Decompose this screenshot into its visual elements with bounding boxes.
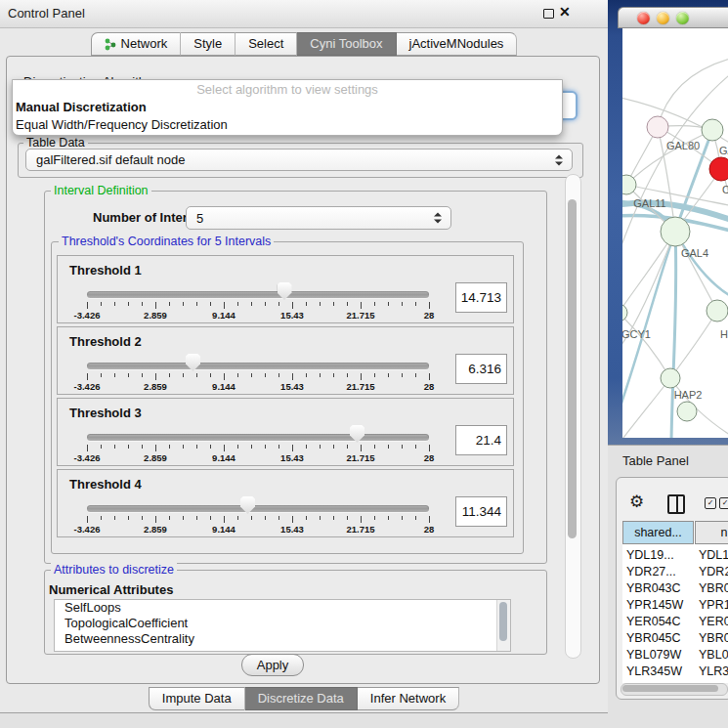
tab-network[interactable]: Network (91, 32, 182, 56)
network-node-green[interactable] (677, 402, 697, 421)
table-cell[interactable]: YDL1 (699, 548, 728, 562)
slider-tick (114, 302, 115, 306)
slider-tick (128, 373, 129, 377)
slider-tick-label: 15.43 (280, 381, 304, 392)
number-of-intervals-combobox[interactable]: 5 (186, 206, 451, 230)
list-scrollbar-thumb[interactable] (499, 602, 507, 641)
panel-scrollbar-thumb[interactable] (568, 199, 577, 538)
slider-tick (128, 445, 129, 449)
network-node-red[interactable] (709, 157, 728, 181)
tab-style[interactable]: Style (181, 32, 236, 56)
table-horizontal-scrollbar[interactable] (621, 683, 728, 696)
algorithm-placeholder-item: Select algorithm to view settings (13, 80, 562, 99)
slider-tick (114, 445, 115, 449)
table-cell[interactable]: YBR045C (626, 631, 681, 645)
panel-scrollbar[interactable] (565, 174, 581, 659)
slider-tick (169, 373, 170, 377)
threshold-value-field[interactable]: 6.316 (455, 354, 507, 384)
slider-tick (128, 516, 129, 520)
slider-track[interactable] (87, 291, 429, 298)
close-icon[interactable]: ✕ (559, 4, 571, 20)
slider-tick (155, 373, 156, 380)
network-node-green[interactable] (661, 368, 680, 388)
bottom-tab-impute-data[interactable]: Impute Data (149, 687, 245, 710)
table-cell[interactable]: YLR3 (699, 664, 728, 678)
slider-track[interactable] (87, 434, 429, 441)
numerical-attributes-list[interactable]: SelfLoopsTopologicalCoefficientBetweenne… (54, 599, 511, 652)
threshold-value-field[interactable]: 21.4 (455, 425, 507, 455)
table-column-header[interactable]: shared... (622, 521, 694, 544)
table-horizontal-scrollbar-thumb[interactable] (622, 685, 718, 692)
table-cell[interactable]: YBR0 (699, 631, 728, 645)
threshold-slider[interactable]: -3.4262.8599.14415.4321.71528 (87, 470, 429, 538)
slider-tick (306, 302, 307, 306)
tab-cyni-toolbox[interactable]: Cyni Toolbox (297, 32, 396, 56)
zoom-traffic-light-icon[interactable] (676, 12, 689, 24)
bottom-tab-discretize-data[interactable]: Discretize Data (245, 687, 358, 710)
node-attribute-table[interactable]: shared...nYDL19...YDL1YDR27...YDR2YBR043… (622, 521, 728, 683)
network-node-green[interactable] (707, 300, 728, 321)
slider-tick (196, 516, 197, 520)
attribute-list-item[interactable]: BetweennessCentrality (55, 631, 510, 647)
apply-button[interactable]: Apply (241, 654, 304, 676)
slider-tick (101, 373, 102, 377)
attribute-list-item[interactable]: TopologicalCoefficient (55, 616, 510, 631)
table-cell[interactable]: YER054C (626, 615, 681, 628)
algorithm-dropdown-popup: Select algorithm to view settingsManual … (12, 79, 563, 136)
algorithm-option-equal-width-frequency-discretization[interactable]: Equal Width/Frequency Discretization (13, 116, 562, 134)
table-cell[interactable]: YBL079W (626, 648, 681, 662)
list-scrollbar[interactable] (496, 600, 510, 651)
checkbox-icon[interactable]: ✓ (719, 497, 728, 509)
threshold-slider[interactable]: -3.4262.8599.14415.4321.71528 (87, 327, 429, 396)
minimize-traffic-light-icon[interactable] (657, 12, 669, 24)
float-window-icon[interactable] (543, 9, 554, 19)
tab-jactivemnodules[interactable]: jActiveMNodules (397, 32, 518, 56)
slider-track[interactable] (87, 505, 429, 512)
table-cell[interactable]: YBR0 (699, 581, 728, 595)
table-cell[interactable]: YDL19... (626, 548, 674, 562)
table-cell[interactable]: YBL0 (699, 648, 728, 662)
network-node-pink[interactable] (647, 116, 668, 138)
table-data-combobox[interactable]: galFiltered.sif default node (25, 149, 573, 171)
slider-tick (237, 373, 238, 377)
algorithm-option-manual-discretization[interactable]: Manual Discretization (13, 99, 562, 116)
slider-tick (265, 445, 266, 449)
slider-tick (210, 302, 211, 306)
threshold-value-field[interactable]: 11.344 (455, 496, 507, 527)
checkbox-icon[interactable]: ✓ (705, 497, 716, 509)
table-cell[interactable]: YPR145W (626, 598, 683, 612)
slider-track[interactable] (87, 363, 429, 369)
column-layout-icon[interactable] (667, 494, 685, 514)
slider-tick (388, 516, 389, 520)
number-of-intervals-value: 5 (196, 211, 203, 226)
table-cell[interactable]: YLR345W (626, 664, 682, 678)
network-node-green[interactable] (622, 304, 627, 321)
table-cell[interactable]: YBR043C (626, 581, 681, 595)
threshold-value-field[interactable]: 14.713 (455, 282, 507, 313)
slider-tick (278, 516, 279, 520)
table-cell[interactable]: YDR2 (699, 565, 728, 578)
table-column-header[interactable]: n (695, 521, 728, 544)
slider-tick (155, 445, 156, 451)
slider-tick (333, 302, 334, 306)
network-canvas[interactable]: GAL80GACGAL11GAL4GCY1HHAP2 (622, 28, 728, 438)
threshold-slider[interactable]: -3.4262.8599.14415.4321.71528 (87, 256, 429, 324)
table-cell[interactable]: YDR27... (626, 565, 676, 578)
table-cell[interactable]: YPR1 (699, 598, 728, 612)
right-region: GAL80GACGAL11GAL4GCY1HHAP2 Table Panel ⚙… (608, 0, 728, 728)
table-cell[interactable]: YER0 (699, 615, 728, 628)
tab-select[interactable]: Select (236, 32, 297, 56)
gear-icon[interactable]: ⚙ (629, 492, 644, 512)
slider-tick-label: -3.426 (74, 381, 101, 392)
attribute-list-item[interactable]: SelfLoops (55, 600, 510, 616)
close-traffic-light-icon[interactable] (637, 12, 650, 24)
bottom-tab-infer-network[interactable]: Infer Network (358, 687, 459, 710)
slider-tick (292, 445, 293, 451)
slider-tick-label: -3.426 (74, 310, 101, 321)
slider-tick (196, 302, 197, 306)
threshold-slider[interactable]: -3.4262.8599.14415.4321.71528 (87, 399, 429, 467)
network-node-green[interactable] (661, 217, 690, 246)
threshold-panel-1: Threshold 1-3.4262.8599.14415.4321.71528… (57, 255, 514, 323)
slider-tick-label: -3.426 (74, 524, 101, 535)
network-node-green[interactable] (702, 119, 723, 141)
